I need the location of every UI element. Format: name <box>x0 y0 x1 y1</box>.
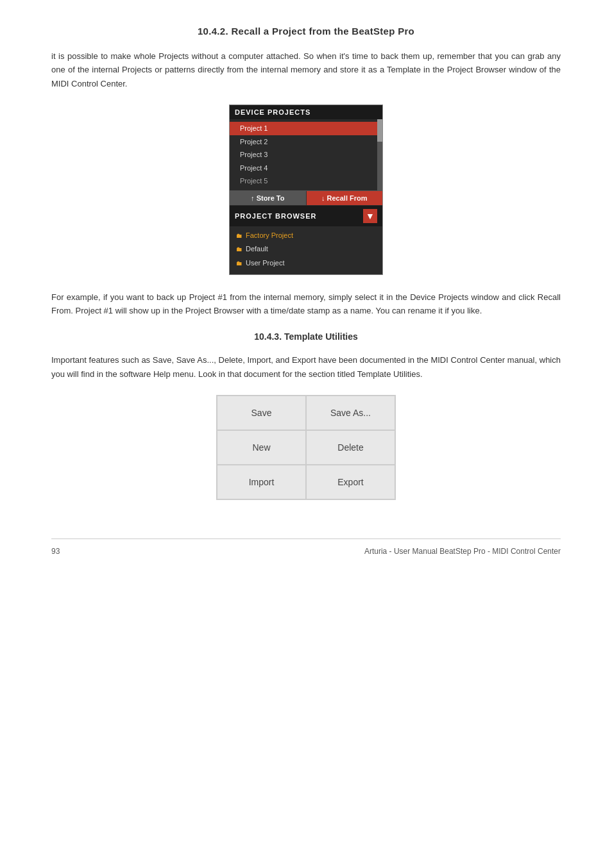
scrollbar-track[interactable] <box>377 119 382 190</box>
store-to-button[interactable]: ↑ Store To <box>230 191 307 205</box>
template-utilities-panel: Save Save As... New Delete Import Export <box>216 395 396 500</box>
device-projects-header: DEVICE PROJECTS <box>230 105 382 119</box>
project-item-3[interactable]: Project 3 <box>230 148 382 162</box>
save-button[interactable]: Save <box>217 396 306 430</box>
store-recall-row: ↑ Store To ↓ Recall From <box>230 190 382 205</box>
default-icon: 🖿 <box>236 244 242 255</box>
factory-icon: 🖿 <box>236 231 242 241</box>
section1-body1: it is possible to make whole Projects wi… <box>51 49 561 90</box>
project-item-4[interactable]: Project 4 <box>230 162 382 175</box>
footer: 93 Arturia - User Manual BeatStep Pro - … <box>51 547 561 556</box>
project-browser-header: PROJECT BROWSER ▼ <box>230 206 382 226</box>
project-browser-list: 🖿 Factory Project 🖿 Default 🖿 User Proje… <box>230 226 382 274</box>
scrollbar-thumb[interactable] <box>377 119 382 142</box>
device-projects-list: Project 1 Project 2 Project 3 Project 4 … <box>230 119 382 190</box>
delete-button[interactable]: Delete <box>306 430 395 465</box>
new-button[interactable]: New <box>217 430 306 465</box>
browser-item-user[interactable]: 🖿 User Project <box>230 256 382 271</box>
project-browser-down-arrow[interactable]: ▼ <box>363 209 377 223</box>
browser-item-factory[interactable]: 🖿 Factory Project <box>230 229 382 243</box>
export-button[interactable]: Export <box>306 465 395 499</box>
save-as-button[interactable]: Save As... <box>306 396 395 430</box>
template-utilities-figure: Save Save As... New Delete Import Export <box>51 395 561 500</box>
recall-icon: ↓ <box>321 194 327 202</box>
template-grid: Save Save As... New Delete Import Export <box>217 396 395 499</box>
page-number: 93 <box>51 547 60 556</box>
browser-item-default[interactable]: 🖿 Default <box>230 242 382 256</box>
device-projects-figure: DEVICE PROJECTS Project 1 Project 2 Proj… <box>51 104 561 274</box>
recall-from-button[interactable]: ↓ Recall From <box>307 191 383 205</box>
project-item-5[interactable]: Project 5 <box>230 174 382 188</box>
user-icon: 🖿 <box>236 258 242 269</box>
project-item-2[interactable]: Project 2 <box>230 135 382 149</box>
section2-body: Important features such as Save, Save As… <box>51 353 561 381</box>
device-projects-panel: DEVICE PROJECTS Project 1 Project 2 Proj… <box>229 104 383 274</box>
section1-body2: For example, if you want to back up Proj… <box>51 290 561 318</box>
footer-title: Arturia - User Manual BeatStep Pro - MID… <box>364 547 561 556</box>
footer-divider <box>51 538 561 539</box>
project-item-1[interactable]: Project 1 <box>230 122 382 135</box>
section2-heading: 10.4.3. Template Utilities <box>51 331 561 342</box>
import-button[interactable]: Import <box>217 465 306 499</box>
store-icon: ↑ <box>251 194 257 202</box>
section1-heading: 10.4.2. Recall a Project from the BeatSt… <box>51 26 561 37</box>
